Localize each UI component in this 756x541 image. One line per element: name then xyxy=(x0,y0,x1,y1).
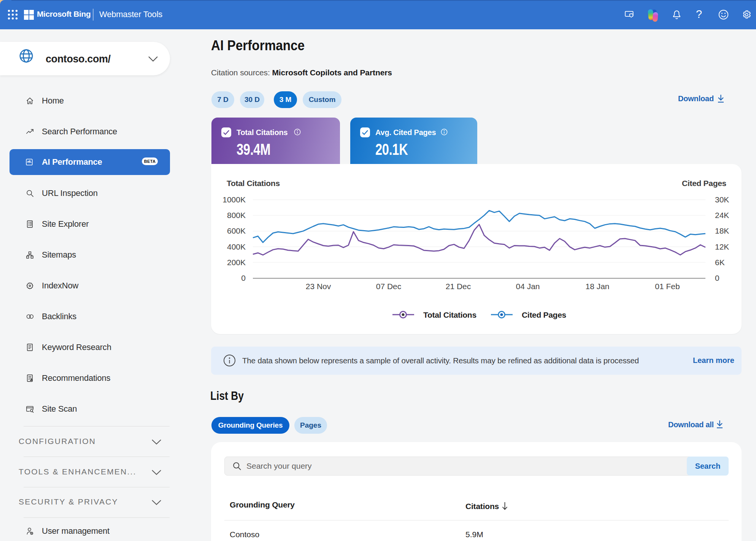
svg-text:Cited Pages: Cited Pages xyxy=(522,310,566,319)
svg-text:12K: 12K xyxy=(715,242,729,251)
svg-text:0: 0 xyxy=(715,274,719,282)
svg-text:Total Citations: Total Citations xyxy=(423,310,476,319)
svg-text:21 Dec: 21 Dec xyxy=(446,282,471,291)
svg-text:1000K: 1000K xyxy=(222,195,246,204)
svg-text:200K: 200K xyxy=(227,258,246,267)
svg-text:0: 0 xyxy=(241,274,246,282)
svg-text:04 Jan: 04 Jan xyxy=(516,282,540,291)
svg-text:07 Dec: 07 Dec xyxy=(376,282,402,291)
svg-text:30K: 30K xyxy=(715,195,729,204)
svg-text:18K: 18K xyxy=(715,226,729,235)
svg-text:18 Jan: 18 Jan xyxy=(585,282,609,291)
svg-text:6K: 6K xyxy=(715,258,725,267)
svg-text:24K: 24K xyxy=(715,211,729,220)
svg-text:600K: 600K xyxy=(227,226,246,235)
svg-text:400K: 400K xyxy=(227,242,246,251)
svg-text:23 Nov: 23 Nov xyxy=(306,282,331,291)
svg-text:800K: 800K xyxy=(227,211,246,220)
svg-text:01 Feb: 01 Feb xyxy=(655,282,680,291)
